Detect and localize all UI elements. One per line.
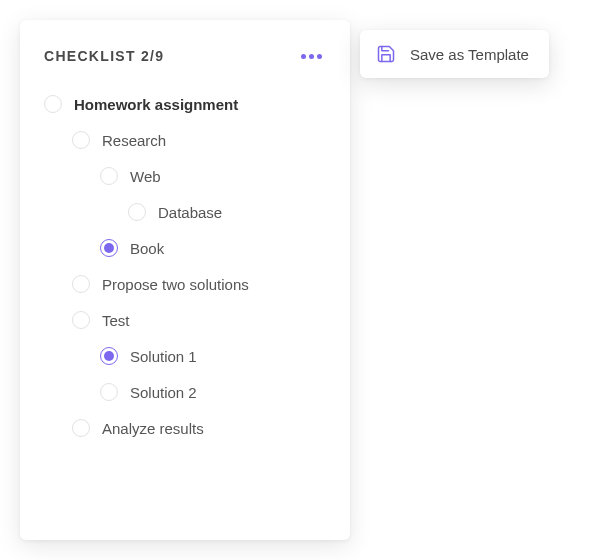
checklist-item[interactable]: Solution 1 xyxy=(100,338,326,374)
checklist-item[interactable]: Book xyxy=(100,230,326,266)
dot-icon xyxy=(309,54,314,59)
checklist-item[interactable]: Web xyxy=(100,158,326,194)
save-as-template-menu-item[interactable]: Save as Template xyxy=(360,30,549,78)
checklist-item[interactable]: Test xyxy=(72,302,326,338)
radio-icon[interactable] xyxy=(72,419,90,437)
radio-icon[interactable] xyxy=(100,239,118,257)
dot-icon xyxy=(301,54,306,59)
checklist-item-label: Solution 2 xyxy=(130,384,197,401)
radio-icon[interactable] xyxy=(100,383,118,401)
card-title: CHECKLIST 2/9 xyxy=(44,48,164,64)
dot-icon xyxy=(317,54,322,59)
checklist-card: CHECKLIST 2/9 Homework assignmentResearc… xyxy=(20,20,350,540)
checklist-item-label: Propose two solutions xyxy=(102,276,249,293)
radio-icon[interactable] xyxy=(72,131,90,149)
checklist-item[interactable]: Solution 2 xyxy=(100,374,326,410)
radio-icon[interactable] xyxy=(100,347,118,365)
radio-icon[interactable] xyxy=(128,203,146,221)
checklist-tree: Homework assignmentResearchWebDatabaseBo… xyxy=(44,86,326,446)
checklist-item-label: Web xyxy=(130,168,161,185)
radio-icon[interactable] xyxy=(44,95,62,113)
more-options-button[interactable] xyxy=(297,50,326,63)
checklist-item-label: Solution 1 xyxy=(130,348,197,365)
checklist-item[interactable]: Research xyxy=(72,122,326,158)
checklist-item-label: Test xyxy=(102,312,130,329)
save-as-template-label: Save as Template xyxy=(410,46,529,63)
checklist-item-label: Homework assignment xyxy=(74,96,238,113)
checklist-item[interactable]: Propose two solutions xyxy=(72,266,326,302)
radio-icon[interactable] xyxy=(100,167,118,185)
radio-icon[interactable] xyxy=(72,311,90,329)
card-header: CHECKLIST 2/9 xyxy=(44,48,326,64)
checklist-item[interactable]: Homework assignment xyxy=(44,86,326,122)
save-icon xyxy=(376,44,396,64)
checklist-item[interactable]: Analyze results xyxy=(72,410,326,446)
checklist-item-label: Research xyxy=(102,132,166,149)
checklist-item-label: Database xyxy=(158,204,222,221)
radio-icon[interactable] xyxy=(72,275,90,293)
checklist-item-label: Analyze results xyxy=(102,420,204,437)
checklist-item[interactable]: Database xyxy=(128,194,326,230)
checklist-item-label: Book xyxy=(130,240,164,257)
